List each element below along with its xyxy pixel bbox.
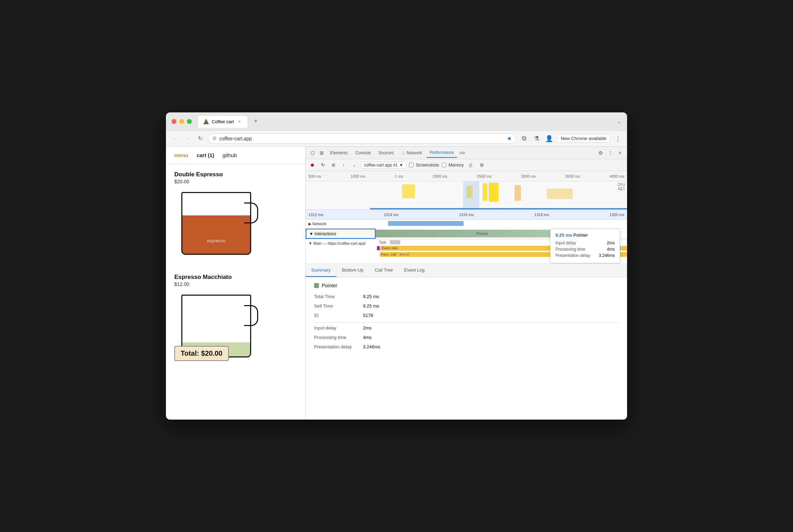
profile-button[interactable]: 👤: [544, 134, 554, 143]
total-time-row: Total Time 9.25 ms: [314, 294, 619, 299]
webpage-nav: menu cart (1) github: [166, 147, 305, 164]
active-tab[interactable]: Coffee cart ×: [197, 115, 248, 128]
maximize-button[interactable]: [187, 119, 192, 124]
memory-checkbox-row: Memory: [442, 163, 464, 168]
cpu-activity-4: [489, 183, 499, 202]
id-row: ID 5178: [314, 313, 619, 318]
tab-network[interactable]: ⚠ Network: [398, 148, 425, 157]
interactions-label[interactable]: ▼ Interactions: [306, 229, 376, 239]
nav-actions: ⧉ ⚗ 👤 New Chrome available ⋮: [519, 134, 623, 143]
traffic-lights: [172, 119, 192, 124]
tracks-area: ▶ Network ▼ Interactions Pointer: [306, 220, 627, 264]
selection-bar: [370, 208, 627, 209]
more-panels-button[interactable]: >>: [458, 149, 466, 157]
cpu-label: CPU: [618, 183, 625, 187]
coffee-name-2: Espresso Macchiato: [174, 274, 297, 281]
cup-handle-2: [244, 305, 258, 326]
tab-performance[interactable]: Performance: [426, 148, 457, 158]
nav-menu[interactable]: menu: [174, 152, 188, 158]
upload-button[interactable]: ↑: [340, 161, 348, 169]
net-label: NET: [618, 187, 625, 191]
cpu-activity-6: [547, 189, 573, 199]
total-badge: Total: $20.00: [174, 346, 229, 361]
clear-recording-button[interactable]: ⊘: [329, 161, 337, 169]
title-bar: Coffee cart × + ⌄: [166, 112, 627, 131]
download-button[interactable]: ↓: [350, 161, 358, 169]
webpage: menu cart (1) github Double Espresso $20…: [166, 147, 306, 420]
cpu-activity-3: [482, 183, 487, 201]
forward-button[interactable]: →: [183, 134, 192, 143]
reload-button[interactable]: ↻: [195, 134, 205, 143]
back-button[interactable]: ←: [170, 134, 180, 143]
summary-title: Pointer: [314, 283, 619, 288]
main-track-label[interactable]: ▼ Main — https://coffee-cart.app/: [306, 239, 376, 245]
cpu-activity-1: [402, 184, 415, 198]
summary-content: Pointer Total Time 9.25 ms Self Time 9.2…: [306, 277, 627, 359]
network-track-label[interactable]: ▶ Network: [306, 222, 376, 226]
address-bar[interactable]: ⦿ coffee-cart.app ★: [208, 133, 516, 144]
minimize-button[interactable]: [179, 119, 184, 124]
tab-elements[interactable]: Elements: [327, 148, 351, 157]
zoom-ruler: 1312 ms 1314 ms 1316 ms 1318 ms 1320 ms: [306, 210, 627, 220]
screenshots-checkbox-row: Screenshots: [409, 163, 439, 168]
interactions-content: Pointer 9.25 ms Pointer Input delay 2ms: [376, 229, 627, 239]
timeline-ruler: 500 ms 1000 ms 1 ms 2000 ms 2500 ms 3000…: [306, 171, 627, 182]
coffee-cup-2[interactable]: Total: $20.00: [174, 291, 258, 368]
call-tree-tab[interactable]: Call Tree: [369, 264, 399, 277]
new-tab-button[interactable]: +: [251, 117, 261, 126]
interactions-track: ▼ Interactions Pointer 9.25 ms Pointer: [306, 229, 627, 239]
address-icon: ⦿: [212, 136, 217, 141]
coffee-price-2: $12.00: [174, 281, 297, 287]
screenshot-capture-button[interactable]: ⎙: [466, 161, 475, 169]
coffee-item-1: Double Espresso $20.00 espresso: [174, 171, 297, 265]
memory-checkbox[interactable]: [442, 163, 446, 167]
devtools-close-button[interactable]: ×: [616, 149, 624, 157]
labs-button[interactable]: ⚗: [532, 134, 541, 143]
summary-divider: [314, 322, 619, 323]
summary-panel: Summary Bottom-Up Call Tree Event Log Po…: [306, 264, 627, 420]
close-button[interactable]: [172, 119, 176, 124]
devtools-panel: ⬡ ⊞ Elements Console Sources ⚠ Network P…: [306, 147, 627, 420]
tooltip-presentation-delay: Presentation delay 3.246ms: [555, 253, 615, 258]
session-select[interactable]: coffee-cart.app #1 ▼: [361, 162, 406, 169]
tab-favicon: [203, 119, 209, 124]
responsive-design-button[interactable]: ⊞: [318, 149, 326, 157]
cpu-activity-5: [515, 185, 521, 201]
event-yellow-bar: [621, 246, 627, 251]
more-menu-button[interactable]: ⋮: [613, 134, 623, 143]
coffee-name-1: Double Espresso: [174, 171, 297, 178]
bookmark-icon[interactable]: ★: [507, 135, 512, 142]
processing-time-row: Processing time 4ms: [314, 335, 619, 340]
devtools-more-button[interactable]: ⋮: [606, 149, 614, 157]
ruler-marks: 500 ms 1000 ms 1 ms 2000 ms 2500 ms 3000…: [308, 174, 624, 178]
new-chrome-button[interactable]: New Chrome available: [557, 134, 610, 143]
timeline-tracks[interactable]: CPU NET: [306, 182, 627, 209]
tooltip-processing-time: Processing time 4ms: [555, 247, 615, 252]
devtools-toolbar: ⬡ ⊞ Elements Console Sources ⚠ Network P…: [306, 147, 627, 159]
event-log-tab[interactable]: Event Log: [399, 264, 430, 277]
devtools-settings-button[interactable]: ⚙: [596, 149, 605, 157]
bottom-up-tab[interactable]: Bottom-Up: [336, 264, 369, 277]
extensions-button[interactable]: ⧉: [519, 134, 529, 143]
event-purple-bar: [377, 246, 380, 250]
coffee-cup-1[interactable]: espresso: [174, 189, 258, 265]
tab-close-button[interactable]: ×: [237, 119, 242, 124]
window-controls-icon: ⌄: [617, 119, 621, 124]
inspect-element-button[interactable]: ⬡: [308, 149, 317, 157]
summary-tab[interactable]: Summary: [306, 264, 336, 277]
network-track: ▶ Network: [306, 220, 627, 229]
devtools-settings2-button[interactable]: ⚙: [478, 161, 486, 169]
self-time-row: Self Time 9.25 ms: [314, 303, 619, 309]
screenshots-checkbox[interactable]: [409, 163, 414, 167]
tab-sources[interactable]: Sources: [375, 148, 397, 157]
refresh-recording-button[interactable]: ↻: [319, 161, 327, 169]
nav-github[interactable]: github: [223, 152, 237, 158]
input-delay-row: Input delay 2ms: [314, 325, 619, 331]
webpage-body: Double Espresso $20.00 espresso Espresso…: [166, 164, 305, 420]
navigation-bar: ← → ↻ ⦿ coffee-cart.app ★ ⧉ ⚗ 👤 New Chro…: [166, 131, 627, 147]
cup-body-1: espresso: [181, 192, 251, 255]
coffee-price-1: $20.00: [174, 179, 297, 184]
record-button[interactable]: ⏺: [308, 161, 316, 169]
nav-cart[interactable]: cart (1): [197, 152, 214, 158]
tab-console[interactable]: Console: [352, 148, 374, 157]
